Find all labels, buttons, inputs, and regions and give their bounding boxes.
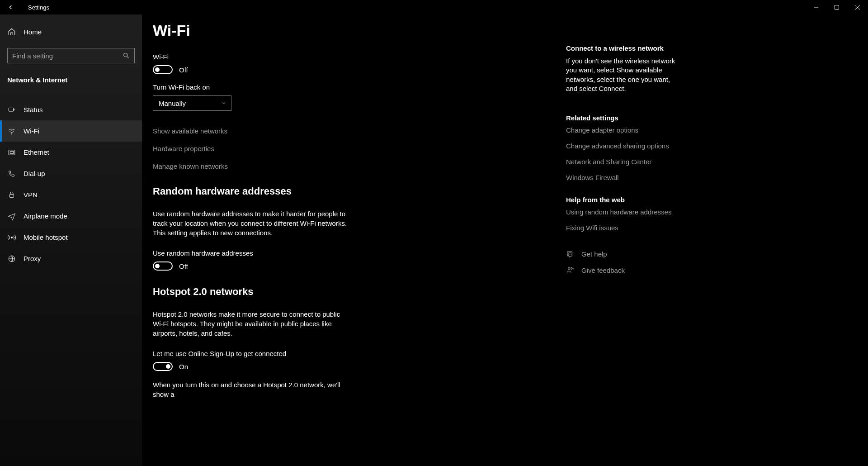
turn-back-dropdown[interactable]: Manually bbox=[153, 95, 231, 111]
right-panel: Connect to a wireless network If you don… bbox=[566, 44, 678, 274]
link-adapter-options[interactable]: Change adapter options bbox=[566, 126, 678, 134]
titlebar: Settings bbox=[0, 0, 868, 14]
sidebar-item-label: Airplane mode bbox=[24, 212, 67, 220]
wifi-toggle[interactable] bbox=[153, 65, 173, 74]
svg-rect-2 bbox=[9, 108, 14, 111]
sidebar-home-label: Home bbox=[24, 28, 42, 36]
window-title: Settings bbox=[28, 4, 49, 11]
airplane-icon bbox=[7, 212, 16, 221]
svg-point-9 bbox=[568, 267, 571, 270]
hotspot-heading: Hotspot 2.0 networks bbox=[153, 286, 524, 298]
give-feedback-row[interactable]: Give feedback bbox=[566, 266, 678, 274]
turn-back-label: Turn Wi-Fi back on bbox=[153, 83, 524, 91]
sidebar-item-dialup[interactable]: Dial-up bbox=[0, 163, 142, 184]
svg-point-3 bbox=[11, 133, 12, 134]
hotspot-para: Hotspot 2.0 networks make it more secure… bbox=[153, 309, 352, 338]
random-para: Use random hardware addresses to make it… bbox=[153, 209, 352, 238]
random-toggle-state: Off bbox=[179, 262, 188, 270]
sidebar-item-label: Dial-up bbox=[24, 170, 45, 177]
link-manage-known[interactable]: Manage known networks bbox=[153, 162, 524, 170]
link-fixing-wifi[interactable]: Fixing Wifi issues bbox=[566, 224, 678, 232]
arrow-left-icon bbox=[7, 4, 14, 11]
main-content: Wi-Fi Wi-Fi Off Turn Wi-Fi back on Manua… bbox=[153, 22, 524, 399]
search-input[interactable] bbox=[12, 52, 123, 60]
page-title: Wi-Fi bbox=[153, 22, 524, 39]
svg-point-1 bbox=[124, 53, 127, 57]
hotspot-after: When you turn this on and choose a Hotsp… bbox=[153, 380, 352, 399]
search-icon bbox=[123, 52, 130, 59]
svg-rect-6 bbox=[10, 194, 14, 197]
chevron-down-icon bbox=[221, 100, 226, 106]
sidebar-item-hotspot[interactable]: Mobile hotspot bbox=[0, 227, 142, 248]
hotspot-toggle-label: Let me use Online Sign-Up to get connect… bbox=[153, 350, 524, 357]
dialup-icon bbox=[7, 169, 16, 178]
get-help-row[interactable]: Get help bbox=[566, 250, 678, 258]
give-feedback-label: Give feedback bbox=[581, 266, 625, 274]
link-windows-firewall[interactable]: Windows Firewall bbox=[566, 174, 678, 181]
sidebar-item-label: Wi-Fi bbox=[24, 127, 39, 135]
sidebar-nav: Status Wi-Fi Ethernet Dial-up VPN Airpla… bbox=[0, 99, 142, 269]
svg-point-7 bbox=[11, 237, 13, 238]
random-heading: Random hardware addresses bbox=[153, 185, 524, 197]
feedback-icon bbox=[566, 266, 574, 274]
maximize-button[interactable] bbox=[826, 0, 847, 14]
status-icon bbox=[7, 105, 16, 114]
hotspot-icon bbox=[7, 233, 16, 242]
ethernet-icon bbox=[7, 148, 16, 157]
back-button[interactable] bbox=[0, 0, 22, 14]
sidebar-item-ethernet[interactable]: Ethernet bbox=[0, 142, 142, 163]
sidebar-item-label: Proxy bbox=[24, 255, 41, 262]
sidebar: Home Network & Internet Status Wi-Fi Eth… bbox=[0, 14, 142, 466]
hotspot-toggle[interactable] bbox=[153, 362, 173, 371]
sidebar-item-label: Status bbox=[24, 106, 43, 114]
close-button[interactable] bbox=[847, 0, 868, 14]
random-toggle-label: Use random hardware addresses bbox=[153, 249, 524, 257]
home-icon bbox=[7, 27, 16, 36]
close-icon bbox=[855, 5, 860, 10]
turn-back-value: Manually bbox=[159, 100, 186, 107]
help-title: Help from the web bbox=[566, 196, 678, 204]
vpn-icon bbox=[7, 190, 16, 200]
sidebar-item-status[interactable]: Status bbox=[0, 99, 142, 120]
sidebar-item-label: Ethernet bbox=[24, 148, 49, 156]
wifi-toggle-label: Wi-Fi bbox=[153, 53, 524, 61]
sidebar-item-vpn[interactable]: VPN bbox=[0, 184, 142, 205]
link-random-hw-help[interactable]: Using random hardware addresses bbox=[566, 208, 678, 216]
proxy-icon bbox=[7, 254, 16, 263]
chat-icon bbox=[566, 250, 574, 258]
minimize-button[interactable] bbox=[806, 0, 826, 14]
random-toggle[interactable] bbox=[153, 262, 173, 271]
get-help-label: Get help bbox=[581, 250, 607, 258]
wifi-icon bbox=[7, 127, 16, 136]
sidebar-category: Network & Internet bbox=[7, 76, 142, 84]
search-box[interactable] bbox=[7, 48, 135, 63]
link-network-sharing-center[interactable]: Network and Sharing Center bbox=[566, 158, 678, 166]
minimize-icon bbox=[814, 5, 818, 10]
sidebar-item-proxy[interactable]: Proxy bbox=[0, 248, 142, 269]
sidebar-item-label: VPN bbox=[24, 191, 38, 199]
svg-rect-0 bbox=[835, 5, 839, 10]
connect-title: Connect to a wireless network bbox=[566, 44, 678, 52]
hotspot-toggle-state: On bbox=[179, 363, 188, 371]
link-advanced-sharing[interactable]: Change advanced sharing options bbox=[566, 142, 678, 150]
sidebar-item-airplane[interactable]: Airplane mode bbox=[0, 205, 142, 227]
link-show-networks[interactable]: Show available networks bbox=[153, 127, 524, 135]
maximize-icon bbox=[835, 5, 839, 10]
sidebar-home[interactable]: Home bbox=[0, 22, 142, 42]
connect-para: If you don't see the wireless network yo… bbox=[566, 57, 678, 93]
sidebar-item-label: Mobile hotspot bbox=[24, 233, 68, 241]
sidebar-item-wifi[interactable]: Wi-Fi bbox=[0, 120, 142, 142]
svg-rect-4 bbox=[9, 150, 15, 155]
wifi-toggle-state: Off bbox=[179, 66, 188, 74]
svg-rect-5 bbox=[10, 151, 14, 153]
link-hardware-properties[interactable]: Hardware properties bbox=[153, 145, 524, 152]
related-title: Related settings bbox=[566, 114, 678, 122]
